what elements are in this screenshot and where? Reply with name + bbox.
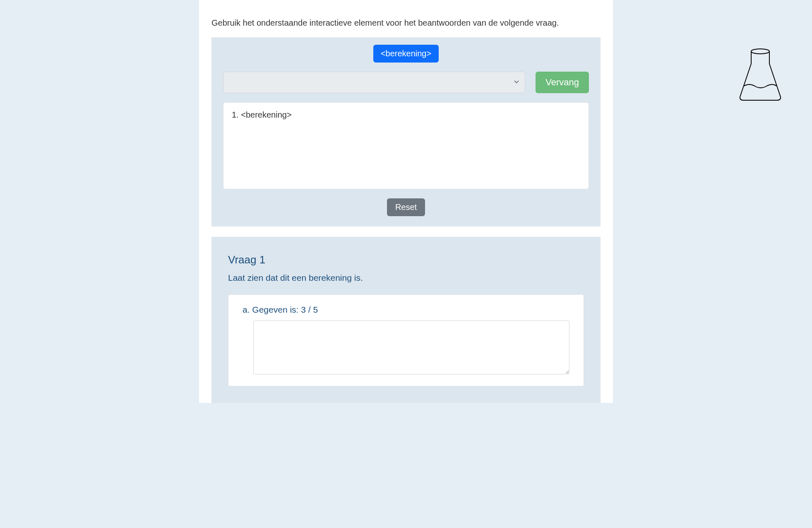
answer-label: a. Gegeven is: 3 / 5: [243, 305, 569, 315]
output-text: 1. <berekening>: [232, 110, 580, 120]
select-input[interactable]: [223, 72, 525, 93]
calc-button-wrapper: <berekening>: [223, 45, 589, 63]
input-row: Vervang: [223, 72, 589, 93]
instruction-section: Gebruik het onderstaande interactieve el…: [199, 0, 613, 37]
svg-point-0: [751, 49, 769, 54]
flask-icon: [738, 48, 783, 102]
question-title: Vraag 1: [228, 253, 584, 266]
select-wrapper: [223, 72, 525, 93]
instruction-text: Gebruik het onderstaande interactieve el…: [211, 17, 601, 29]
question-panel: Vraag 1 Laat zien dat dit een berekening…: [211, 237, 601, 403]
interactive-panel: <berekening> Vervang 1. <berekening> Res…: [211, 37, 601, 227]
reset-wrapper: Reset: [223, 198, 589, 216]
calculation-button[interactable]: <berekening>: [373, 45, 439, 63]
output-panel: 1. <berekening>: [223, 102, 589, 189]
reset-button[interactable]: Reset: [387, 198, 425, 216]
question-prompt: Laat zien dat dit een berekening is.: [228, 273, 584, 283]
answer-container: a. Gegeven is: 3 / 5: [228, 294, 584, 386]
answer-textarea[interactable]: [253, 321, 569, 374]
main-content: Gebruik het onderstaande interactieve el…: [199, 0, 613, 403]
replace-button[interactable]: Vervang: [536, 72, 589, 93]
